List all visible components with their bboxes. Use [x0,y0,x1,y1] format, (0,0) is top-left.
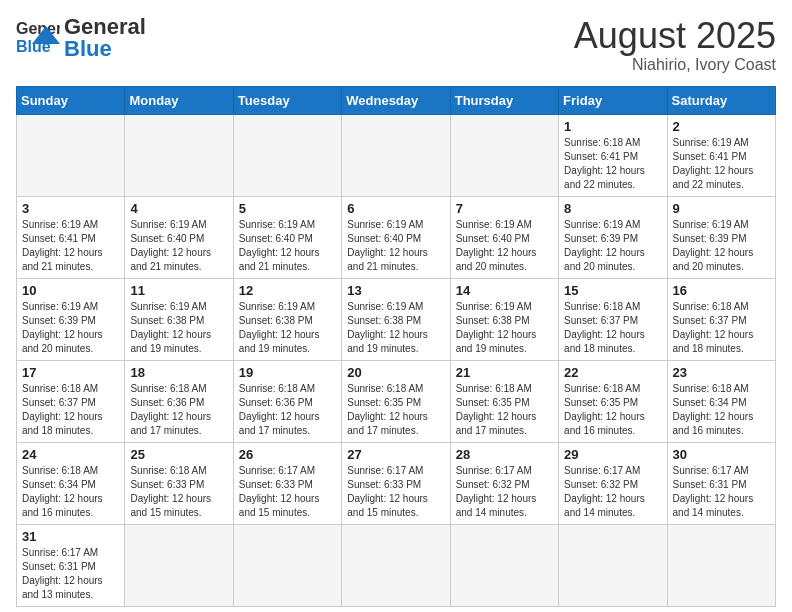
day-info: Sunrise: 6:19 AM Sunset: 6:40 PM Dayligh… [239,218,336,274]
day-info: Sunrise: 6:19 AM Sunset: 6:38 PM Dayligh… [456,300,553,356]
calendar-day-cell: 19Sunrise: 6:18 AM Sunset: 6:36 PM Dayli… [233,360,341,442]
day-info: Sunrise: 6:18 AM Sunset: 6:37 PM Dayligh… [673,300,770,356]
day-info: Sunrise: 6:19 AM Sunset: 6:39 PM Dayligh… [673,218,770,274]
calendar-day-cell: 1Sunrise: 6:18 AM Sunset: 6:41 PM Daylig… [559,114,667,196]
calendar-week-row: 1Sunrise: 6:18 AM Sunset: 6:41 PM Daylig… [17,114,776,196]
calendar-day-cell: 9Sunrise: 6:19 AM Sunset: 6:39 PM Daylig… [667,196,775,278]
calendar-day-cell: 23Sunrise: 6:18 AM Sunset: 6:34 PM Dayli… [667,360,775,442]
day-info: Sunrise: 6:18 AM Sunset: 6:33 PM Dayligh… [130,464,227,520]
day-number: 26 [239,447,336,462]
calendar-day-cell: 21Sunrise: 6:18 AM Sunset: 6:35 PM Dayli… [450,360,558,442]
calendar-day-cell: 18Sunrise: 6:18 AM Sunset: 6:36 PM Dayli… [125,360,233,442]
month-year: August 2025 [574,16,776,56]
calendar-week-row: 10Sunrise: 6:19 AM Sunset: 6:39 PM Dayli… [17,278,776,360]
day-number: 25 [130,447,227,462]
calendar-day-cell [125,524,233,606]
day-info: Sunrise: 6:19 AM Sunset: 6:41 PM Dayligh… [673,136,770,192]
day-number: 18 [130,365,227,380]
calendar-day-cell [667,524,775,606]
logo: General Blue General Blue [16,16,146,60]
logo-svg: General Blue [16,16,60,60]
day-info: Sunrise: 6:17 AM Sunset: 6:31 PM Dayligh… [22,546,119,602]
calendar-day-cell: 24Sunrise: 6:18 AM Sunset: 6:34 PM Dayli… [17,442,125,524]
day-info: Sunrise: 6:17 AM Sunset: 6:33 PM Dayligh… [347,464,444,520]
day-number: 4 [130,201,227,216]
day-number: 3 [22,201,119,216]
calendar-table: SundayMondayTuesdayWednesdayThursdayFrid… [16,86,776,607]
calendar-day-cell: 11Sunrise: 6:19 AM Sunset: 6:38 PM Dayli… [125,278,233,360]
calendar-day-cell [233,114,341,196]
calendar-day-cell: 15Sunrise: 6:18 AM Sunset: 6:37 PM Dayli… [559,278,667,360]
day-number: 12 [239,283,336,298]
calendar-day-cell: 29Sunrise: 6:17 AM Sunset: 6:32 PM Dayli… [559,442,667,524]
calendar-day-cell: 25Sunrise: 6:18 AM Sunset: 6:33 PM Dayli… [125,442,233,524]
calendar-day-cell: 12Sunrise: 6:19 AM Sunset: 6:38 PM Dayli… [233,278,341,360]
calendar-day-cell [450,524,558,606]
day-number: 13 [347,283,444,298]
day-number: 6 [347,201,444,216]
day-number: 7 [456,201,553,216]
calendar-week-row: 17Sunrise: 6:18 AM Sunset: 6:37 PM Dayli… [17,360,776,442]
day-info: Sunrise: 6:18 AM Sunset: 6:36 PM Dayligh… [239,382,336,438]
day-number: 10 [22,283,119,298]
calendar-day-cell: 16Sunrise: 6:18 AM Sunset: 6:37 PM Dayli… [667,278,775,360]
day-number: 9 [673,201,770,216]
weekday-header-wednesday: Wednesday [342,86,450,114]
day-number: 2 [673,119,770,134]
day-info: Sunrise: 6:18 AM Sunset: 6:36 PM Dayligh… [130,382,227,438]
logo-general-text: General [64,16,146,38]
day-number: 21 [456,365,553,380]
logo-label: General Blue [64,16,146,60]
calendar-day-cell [342,524,450,606]
day-info: Sunrise: 6:19 AM Sunset: 6:38 PM Dayligh… [239,300,336,356]
day-number: 29 [564,447,661,462]
calendar-day-cell [450,114,558,196]
calendar-day-cell [17,114,125,196]
day-info: Sunrise: 6:18 AM Sunset: 6:35 PM Dayligh… [347,382,444,438]
day-number: 31 [22,529,119,544]
calendar-day-cell: 3Sunrise: 6:19 AM Sunset: 6:41 PM Daylig… [17,196,125,278]
calendar-day-cell: 10Sunrise: 6:19 AM Sunset: 6:39 PM Dayli… [17,278,125,360]
location: Niahirio, Ivory Coast [574,56,776,74]
day-info: Sunrise: 6:17 AM Sunset: 6:33 PM Dayligh… [239,464,336,520]
day-info: Sunrise: 6:18 AM Sunset: 6:35 PM Dayligh… [456,382,553,438]
weekday-header-thursday: Thursday [450,86,558,114]
day-info: Sunrise: 6:18 AM Sunset: 6:37 PM Dayligh… [22,382,119,438]
day-number: 22 [564,365,661,380]
day-number: 16 [673,283,770,298]
calendar-day-cell: 20Sunrise: 6:18 AM Sunset: 6:35 PM Dayli… [342,360,450,442]
day-info: Sunrise: 6:17 AM Sunset: 6:32 PM Dayligh… [456,464,553,520]
calendar-day-cell [342,114,450,196]
calendar-day-cell: 17Sunrise: 6:18 AM Sunset: 6:37 PM Dayli… [17,360,125,442]
day-number: 24 [22,447,119,462]
calendar-day-cell [559,524,667,606]
calendar-day-cell [233,524,341,606]
calendar-day-cell: 7Sunrise: 6:19 AM Sunset: 6:40 PM Daylig… [450,196,558,278]
day-number: 17 [22,365,119,380]
calendar-day-cell: 14Sunrise: 6:19 AM Sunset: 6:38 PM Dayli… [450,278,558,360]
weekday-header-tuesday: Tuesday [233,86,341,114]
calendar-day-cell: 13Sunrise: 6:19 AM Sunset: 6:38 PM Dayli… [342,278,450,360]
day-number: 5 [239,201,336,216]
calendar-day-cell: 6Sunrise: 6:19 AM Sunset: 6:40 PM Daylig… [342,196,450,278]
day-info: Sunrise: 6:18 AM Sunset: 6:41 PM Dayligh… [564,136,661,192]
day-number: 30 [673,447,770,462]
day-info: Sunrise: 6:18 AM Sunset: 6:34 PM Dayligh… [673,382,770,438]
day-info: Sunrise: 6:17 AM Sunset: 6:32 PM Dayligh… [564,464,661,520]
day-info: Sunrise: 6:19 AM Sunset: 6:38 PM Dayligh… [130,300,227,356]
day-info: Sunrise: 6:18 AM Sunset: 6:34 PM Dayligh… [22,464,119,520]
day-number: 15 [564,283,661,298]
day-number: 1 [564,119,661,134]
day-info: Sunrise: 6:18 AM Sunset: 6:35 PM Dayligh… [564,382,661,438]
weekday-header-sunday: Sunday [17,86,125,114]
weekday-header-friday: Friday [559,86,667,114]
day-info: Sunrise: 6:19 AM Sunset: 6:40 PM Dayligh… [456,218,553,274]
title-block: August 2025 Niahirio, Ivory Coast [574,16,776,74]
day-number: 23 [673,365,770,380]
calendar-day-cell: 4Sunrise: 6:19 AM Sunset: 6:40 PM Daylig… [125,196,233,278]
day-info: Sunrise: 6:19 AM Sunset: 6:40 PM Dayligh… [347,218,444,274]
calendar-day-cell: 31Sunrise: 6:17 AM Sunset: 6:31 PM Dayli… [17,524,125,606]
calendar-day-cell: 28Sunrise: 6:17 AM Sunset: 6:32 PM Dayli… [450,442,558,524]
calendar-week-row: 31Sunrise: 6:17 AM Sunset: 6:31 PM Dayli… [17,524,776,606]
svg-text:General: General [16,20,60,37]
